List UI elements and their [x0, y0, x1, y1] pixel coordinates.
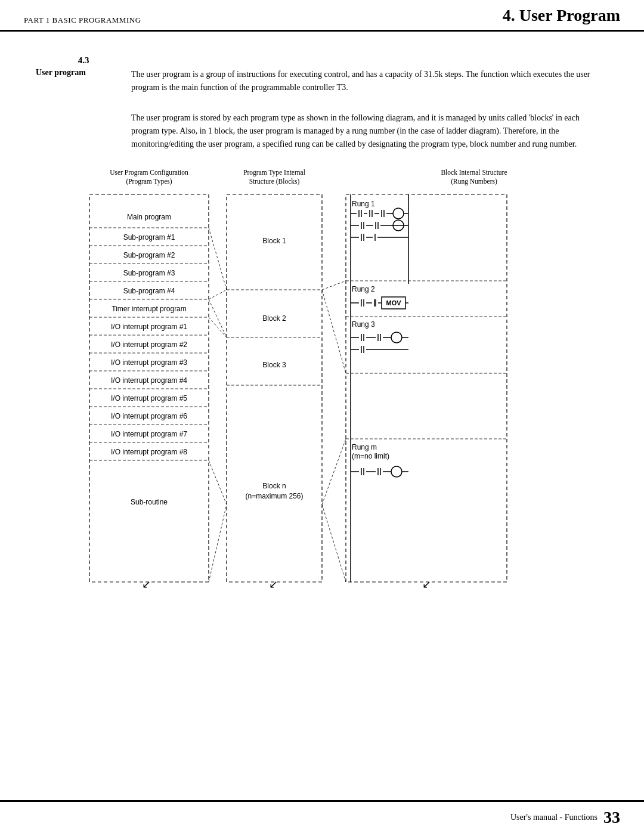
intro-paragraph-2: The user program is stored by each progr… — [131, 112, 608, 150]
diag-col1-label: User Program Configuration(Program Types… — [89, 168, 209, 186]
diagram-svg: Main program Sub-program #1 Sub-program … — [83, 188, 519, 606]
section-number: 4.3 — [36, 55, 131, 66]
footer-page-number: 33 — [603, 808, 620, 827]
rung3-label: Rung 3 — [352, 320, 375, 329]
prog-sub2: Sub-program #2 — [123, 251, 175, 259]
page-content: 4.3 User program The user program is a g… — [0, 32, 644, 644]
prog-io2: I/O interrupt program #2 — [111, 340, 187, 349]
prog-io8: I/O interrupt program #8 — [111, 448, 187, 456]
blockn-label1: Block n — [262, 482, 286, 490]
svg-line-91 — [322, 439, 346, 504]
rungm-label2: (m=no limit) — [352, 452, 389, 460]
svg-line-83 — [209, 228, 227, 290]
blockn-label2: (n=maximum 256) — [245, 492, 303, 500]
prog-main: Main program — [127, 213, 171, 221]
svg-line-86 — [209, 317, 227, 337]
rung2-label: Rung 2 — [352, 285, 375, 293]
mov-text: MOV — [386, 299, 401, 306]
svg-line-84 — [209, 290, 227, 299]
prog-sub3: Sub-program #3 — [123, 269, 175, 277]
svg-line-85 — [209, 299, 227, 337]
svg-rect-15 — [227, 194, 322, 582]
intro-block: User program The user program is a group… — [36, 68, 608, 94]
svg-line-89 — [322, 281, 346, 290]
svg-point-80 — [391, 466, 402, 477]
arrow-col1: ↙ — [142, 578, 151, 590]
prog-io5: I/O interrupt program #5 — [111, 394, 187, 402]
svg-rect-19 — [346, 194, 507, 582]
svg-line-90 — [322, 290, 346, 373]
prog-io3: I/O interrupt program #3 — [111, 358, 187, 367]
prog-io6: I/O interrupt program #6 — [111, 412, 187, 420]
arrow-col2: ↙ — [269, 578, 278, 590]
prog-subroutine: Sub-routine — [131, 498, 168, 506]
header-section-label: PART 1 BASIC PROGRAMMING — [24, 6, 503, 25]
rungm-label1: Rung m — [352, 443, 377, 451]
page-header: PART 1 BASIC PROGRAMMING 4. User Program — [0, 0, 644, 32]
svg-line-87 — [209, 460, 227, 504]
svg-line-88 — [209, 504, 227, 582]
block3-label: Block 3 — [262, 361, 286, 369]
page-footer: User's manual - Functions 33 — [0, 800, 644, 833]
svg-line-92 — [322, 504, 346, 582]
prog-io7: I/O interrupt program #7 — [111, 430, 187, 438]
svg-point-30 — [393, 208, 404, 219]
block2-label: Block 2 — [262, 314, 286, 323]
arrow-col3: ↙ — [422, 578, 431, 590]
diag-col2-label: Program Type InternalStructure (Blocks) — [221, 168, 328, 186]
header-title: 4. User Program — [503, 6, 620, 25]
prog-sub4: Sub-program #4 — [123, 287, 175, 295]
diag-col3-label: Block Internal Structure(Rung Numbers) — [340, 168, 608, 186]
diagram-area: User Program Configuration(Program Types… — [83, 168, 608, 608]
prog-io1: I/O interrupt program #1 — [111, 323, 187, 331]
rung1-label: Rung 1 — [352, 200, 375, 208]
prog-io4: I/O interrupt program #4 — [111, 376, 187, 385]
footer-label: User's manual - Functions — [510, 813, 597, 822]
block1-label: Block 1 — [262, 237, 286, 245]
prog-timer: Timer interrupt program — [112, 305, 187, 313]
svg-point-65 — [391, 332, 402, 343]
section-label: User program — [36, 68, 131, 94]
prog-sub1: Sub-program #1 — [123, 233, 175, 241]
intro-paragraph-1: The user program is a group of instructi… — [131, 68, 608, 94]
